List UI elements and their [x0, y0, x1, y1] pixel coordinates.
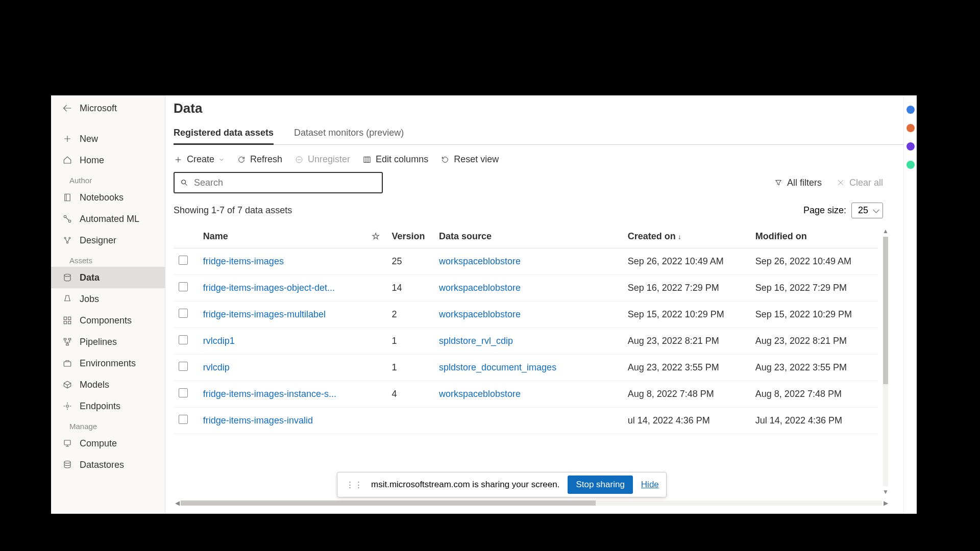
- filter-buttons: All filters Clear all: [774, 178, 883, 188]
- search-and-filters-row: All filters Clear all: [174, 172, 903, 193]
- row-checkbox[interactable]: [179, 256, 188, 265]
- created-on: Aug 23, 2022 8:21 PM: [623, 328, 750, 355]
- data-source-link[interactable]: workspaceblobstore: [439, 389, 521, 399]
- sidebar-item-components[interactable]: Components: [51, 310, 165, 331]
- row-checkbox[interactable]: [179, 282, 188, 291]
- tab-registered-data-assets[interactable]: Registered data assets: [174, 123, 274, 144]
- row-checkbox[interactable]: [179, 309, 188, 318]
- share-message: msit.microsoftstream.com is sharing your…: [371, 480, 559, 490]
- asset-name-link[interactable]: fridge-items-images-object-det...: [203, 283, 335, 293]
- sidebar-item-notebooks[interactable]: Notebooks: [51, 187, 165, 208]
- asset-version: [387, 408, 434, 434]
- table-row[interactable]: fridge-items-images-object-det...14works…: [174, 275, 878, 302]
- horizontal-scrollbar[interactable]: ◀ ▶: [174, 499, 889, 507]
- asset-name-link[interactable]: fridge-items-images-multilabel: [203, 309, 326, 319]
- sidebar-item-data[interactable]: Data: [51, 267, 165, 288]
- sidebar-item-environments[interactable]: Environments: [51, 353, 165, 374]
- sidebar-item-pipelines[interactable]: Pipelines: [51, 331, 165, 353]
- vertical-scrollbar[interactable]: ▲ ▼: [882, 228, 889, 495]
- tabs: Registered data assets Dataset monitors …: [174, 123, 903, 145]
- column-created-on[interactable]: Created on↓: [623, 224, 750, 248]
- sidebar-item-label: New: [80, 134, 98, 144]
- reset-view-button[interactable]: Reset view: [440, 154, 499, 165]
- column-version[interactable]: Version: [387, 224, 434, 248]
- row-checkbox[interactable]: [179, 335, 188, 344]
- created-on: Sep 15, 2022 10:29 PM: [623, 302, 750, 328]
- sidebar-item-automl[interactable]: Automated ML: [51, 208, 165, 230]
- unregister-icon: [295, 155, 304, 164]
- refresh-button[interactable]: Refresh: [237, 154, 282, 165]
- sidebar-item-endpoints[interactable]: Endpoints: [51, 395, 165, 417]
- sidebar-item-datastores[interactable]: Datastores: [51, 454, 165, 475]
- modified-on: Sep 16, 2022 7:29 PM: [750, 275, 878, 302]
- table-row[interactable]: rvlcdip11spldstore_rvl_cdipAug 23, 2022 …: [174, 328, 878, 355]
- stop-sharing-button[interactable]: Stop sharing: [568, 475, 632, 494]
- table-row[interactable]: fridge-items-images-invalidul 14, 2022 4…: [174, 408, 878, 434]
- reset-icon: [440, 155, 450, 164]
- data-source-link[interactable]: workspaceblobstore: [439, 309, 521, 319]
- column-favorite[interactable]: ☆: [364, 224, 386, 248]
- column-name[interactable]: Name: [198, 224, 364, 248]
- page-size-dropdown[interactable]: 25: [851, 203, 883, 218]
- columns-icon: [362, 155, 372, 164]
- edit-columns-button[interactable]: Edit columns: [362, 154, 428, 165]
- scroll-up-icon[interactable]: ▲: [882, 228, 889, 235]
- column-modified-on[interactable]: Modified on: [750, 224, 878, 248]
- sidebar-item-models[interactable]: Models: [51, 374, 165, 395]
- scroll-thumb[interactable]: [883, 237, 888, 384]
- asset-name-link[interactable]: fridge-items-images: [203, 256, 284, 266]
- asset-name-link[interactable]: rvlcdip: [203, 362, 230, 372]
- table-row[interactable]: fridge-items-images-multilabel2workspace…: [174, 302, 878, 328]
- clear-all-button[interactable]: Clear all: [836, 178, 883, 188]
- column-data-source[interactable]: Data source: [434, 224, 623, 248]
- sidebar-item-new[interactable]: New: [51, 128, 165, 149]
- sidebar-item-home[interactable]: Home: [51, 149, 165, 171]
- search-input[interactable]: [194, 178, 377, 188]
- svg-point-4: [69, 237, 70, 239]
- row-checkbox[interactable]: [179, 388, 188, 397]
- brand-link[interactable]: Microsoft: [51, 97, 165, 119]
- asset-name-link[interactable]: rvlcdip1: [203, 336, 235, 346]
- column-checkbox[interactable]: [174, 224, 198, 248]
- scroll-down-icon[interactable]: ▼: [882, 488, 889, 495]
- scroll-thumb[interactable]: [181, 500, 596, 506]
- table-row[interactable]: rvlcdip1spldstore_document_imagesAug 23,…: [174, 355, 878, 381]
- data-source-link[interactable]: workspaceblobstore: [439, 283, 521, 293]
- unregister-button: Unregister: [295, 154, 350, 165]
- row-checkbox[interactable]: [179, 362, 188, 371]
- data-source-link[interactable]: spldstore_document_images: [439, 362, 556, 372]
- row-checkbox[interactable]: [179, 415, 188, 424]
- asset-version: 2: [387, 302, 434, 328]
- asset-name-link[interactable]: fridge-items-images-instance-s...: [203, 389, 336, 399]
- tab-dataset-monitors[interactable]: Dataset monitors (preview): [294, 123, 404, 144]
- data-source-link[interactable]: spldstore_rvl_cdip: [439, 336, 513, 346]
- modified-on: Aug 23, 2022 8:21 PM: [750, 328, 878, 355]
- data-source-link[interactable]: workspaceblobstore: [439, 256, 521, 266]
- main-content: Data Registered data assets Dataset moni…: [165, 95, 903, 514]
- modified-on: Aug 23, 2022 3:55 PM: [750, 355, 878, 381]
- data-table-wrap: Name ☆ Version Data source Created on↓ M…: [174, 224, 903, 514]
- scroll-right-icon[interactable]: ▶: [882, 499, 889, 507]
- app-window: Microsoft New Home Author Notebooks Auto…: [51, 95, 903, 514]
- hide-share-bar-link[interactable]: Hide: [641, 480, 659, 490]
- sidebar-item-jobs[interactable]: Jobs: [51, 288, 165, 310]
- drag-handle-icon[interactable]: ⋮⋮: [346, 480, 363, 490]
- sidebar-item-designer[interactable]: Designer: [51, 230, 165, 251]
- svg-rect-16: [64, 440, 70, 445]
- all-filters-button[interactable]: All filters: [774, 178, 822, 188]
- search-input-wrapper[interactable]: [174, 172, 383, 193]
- scroll-left-icon[interactable]: ◀: [174, 499, 181, 507]
- table-row[interactable]: fridge-items-images-instance-s...4worksp…: [174, 381, 878, 408]
- create-button[interactable]: Create: [174, 154, 225, 165]
- filter-label: Clear all: [849, 178, 883, 188]
- sidebar-item-label: Models: [80, 380, 109, 390]
- sidebar-item-label: Environments: [80, 358, 136, 369]
- environments-icon: [62, 358, 72, 368]
- components-icon: [62, 315, 72, 325]
- asset-name-link[interactable]: fridge-items-images-invalid: [203, 415, 313, 425]
- svg-point-17: [64, 461, 70, 464]
- table-row[interactable]: fridge-items-images25workspaceblobstoreS…: [174, 248, 878, 275]
- sidebar-item-compute[interactable]: Compute: [51, 433, 165, 454]
- sidebar-item-label: Datastores: [80, 460, 124, 470]
- plus-icon: [174, 155, 183, 164]
